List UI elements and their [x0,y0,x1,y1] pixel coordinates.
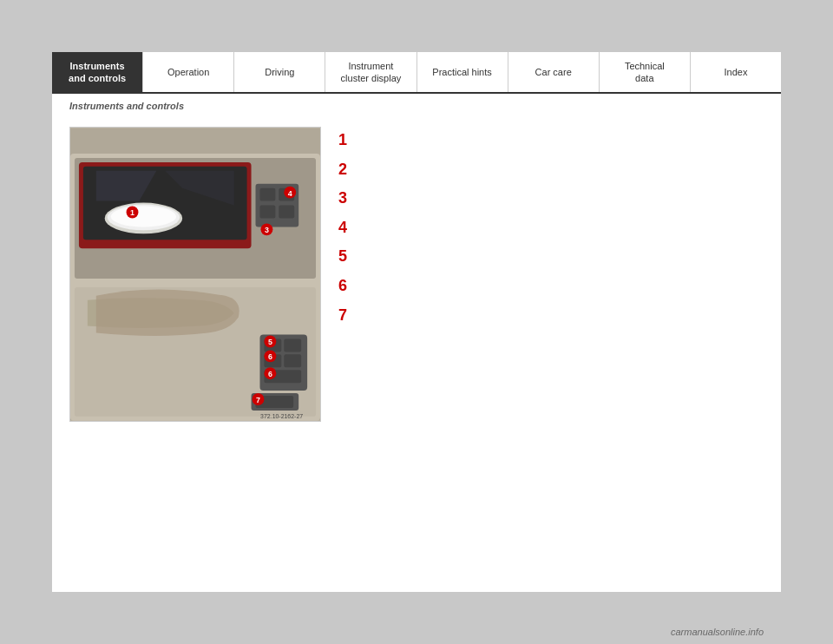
nav-item-technical[interactable]: Technical data [600,52,691,92]
nav-item-driving[interactable]: Driving [234,52,325,92]
nav-bar: Instruments and controls Operation Drivi… [52,52,781,94]
watermark: carmanualsonline.info [671,627,764,637]
nav-label-operation: Operation [167,66,209,78]
numbered-list: 1 2 3 4 5 [338,127,764,422]
nav-item-practical[interactable]: Practical hints [417,52,508,92]
num-3: 3 [338,189,356,208]
nav-label-instrument-cluster: Instrument cluster display [341,60,402,85]
svg-rect-17 [259,206,275,219]
svg-rect-28 [284,354,301,367]
main-content: 1 2 3 4 [52,118,781,430]
nav-item-index[interactable]: Index [691,52,781,92]
numbered-item-4: 4 [338,219,764,238]
nav-label-technical: Technical data [625,60,665,85]
svg-rect-18 [279,206,294,219]
num-1: 1 [338,131,356,150]
numbered-item-3: 3 [338,189,764,208]
page-container: Instruments and controls Operation Drivi… [0,0,833,644]
nav-item-instruments[interactable]: Instruments and controls [52,52,143,92]
nav-label-instruments: Instruments and controls [69,60,126,85]
numbered-item-2: 2 [338,161,764,180]
page-title: Instruments and controls [52,94,781,118]
numbered-item-7: 7 [338,306,764,325]
car-door-image: 1 2 3 4 [69,127,321,422]
numbered-item-6: 6 [338,277,764,296]
svg-point-9 [111,207,176,227]
nav-label-driving: Driving [265,66,294,78]
nav-label-practical: Practical hints [432,66,491,78]
nav-item-instrument-cluster[interactable]: Instrument cluster display [325,52,416,92]
svg-text:7: 7 [256,396,260,404]
svg-rect-26 [284,338,301,352]
svg-text:1: 1 [130,208,134,217]
numbered-item-1: 1 [338,131,764,150]
svg-text:4: 4 [288,189,292,198]
content-area: Instruments and controls Operation Drivi… [52,52,781,592]
svg-text:3: 3 [265,226,269,234]
nav-item-operation[interactable]: Operation [143,52,234,92]
num-5: 5 [338,247,356,266]
num-7: 7 [338,306,356,325]
svg-text:6: 6 [268,352,272,361]
nav-label-car-care: Car care [535,66,572,78]
num-4: 4 [338,219,356,238]
nav-label-index: Index [724,66,747,78]
num-2: 2 [338,161,356,180]
svg-text:5: 5 [268,338,272,346]
svg-text:6: 6 [268,370,272,378]
nav-item-car-care[interactable]: Car care [508,52,600,92]
svg-text:372.10-2162-27: 372.10-2162-27 [260,413,303,419]
svg-rect-15 [259,188,275,201]
numbered-item-5: 5 [338,247,764,266]
num-6: 6 [338,277,356,296]
